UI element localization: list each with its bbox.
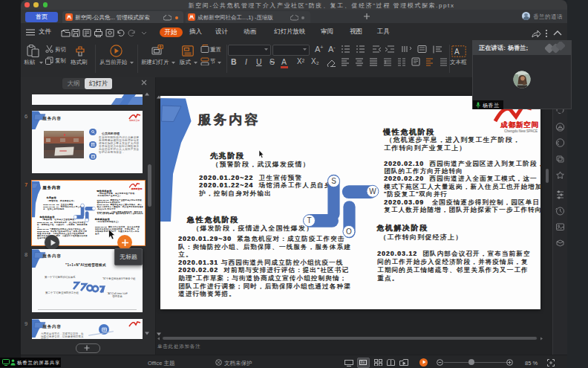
svg-text:O: O <box>346 227 352 236</box>
svg-text:W: W <box>369 187 376 196</box>
svg-text:A: A <box>454 48 460 56</box>
svg-text:S: S <box>331 177 336 185</box>
svg-text:T: T <box>307 216 311 225</box>
